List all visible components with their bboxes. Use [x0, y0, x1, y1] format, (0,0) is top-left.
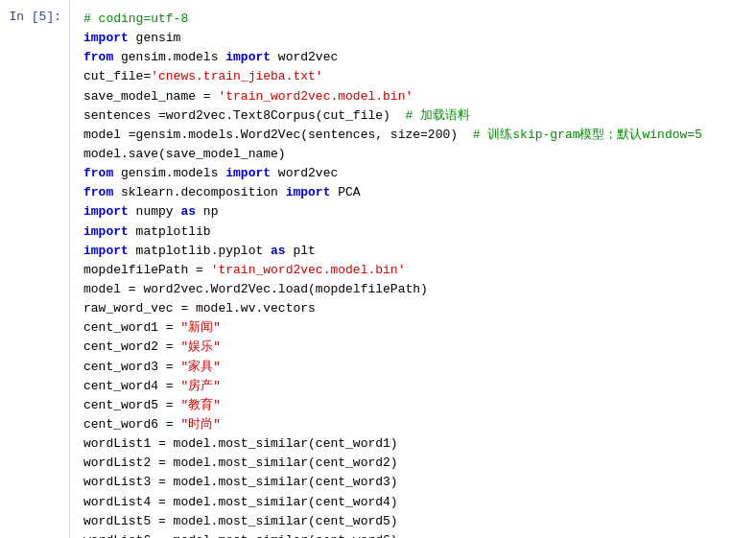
code-line-30: wordList4 = model.most_similar(cent_word… — [83, 493, 744, 512]
code-line-20: cent_word2 = "娱乐" — [83, 338, 744, 357]
code-line-7: model =gensim.models.Word2Vec(sentences,… — [83, 126, 744, 145]
code-line-5: save_model_name = 'train_word2vec.model.… — [83, 87, 744, 106]
code-line-24: cent_word6 = "时尚" — [83, 415, 744, 434]
code-line-2: import gensim — [83, 29, 744, 48]
code-line-21: cent_word3 = "家具" — [83, 358, 744, 377]
code-line-15: mopdelfilePath = 'train_word2vec.model.b… — [83, 261, 744, 280]
code-line-10: from sklearn.decomposition import PCA — [83, 183, 744, 202]
code-line-4: cut_file='cnews.train_jieba.txt' — [83, 67, 744, 86]
code-line-9: from gensim.models import word2vec — [83, 164, 744, 183]
code-line-3: from gensim.models import word2vec — [83, 48, 744, 67]
cell-content[interactable]: # coding=utf-8 import gensim from gensim… — [69, 0, 756, 538]
code-line-13: import matplotlib.pyplot as plt — [83, 242, 744, 261]
code-line-19: cent_word1 = "新闻" — [83, 318, 744, 338]
code-line-31: wordList5 = model.most_similar(cent_word… — [83, 512, 744, 531]
code-line-22: cent_word4 = "房产" — [83, 377, 744, 396]
code-line-23: cent_word5 = "教育" — [83, 396, 744, 415]
code-line-29: wordList3 = model.most_similar(cent_word… — [83, 473, 744, 492]
code-line-12: import matplotlib — [83, 222, 744, 242]
code-line-16: model = word2vec.Word2Vec.load(mopdelfil… — [83, 280, 744, 299]
cell-label: In [5]: — [0, 0, 69, 538]
code-line-28: wordList2 = model.most_similar(cent_word… — [83, 454, 744, 473]
code-line-11: import numpy as np — [83, 202, 744, 222]
code-line-8: model.save(save_model_name) — [83, 145, 744, 164]
notebook-cell: In [5]: # coding=utf-8 import gensim fro… — [0, 0, 756, 538]
cell-label-text: In [5]: — [9, 10, 61, 24]
code-line-17: raw_word_vec = model.wv.vectors — [83, 299, 744, 318]
code-line-27: wordList1 = model.most_similar(cent_word… — [83, 434, 744, 454]
code-line-1: # coding=utf-8 — [83, 10, 744, 29]
code-line-32: wordList6 = model.most_similar(cent_word… — [83, 531, 744, 538]
code-line-6: sentences =word2vec.Text8Corpus(cut_file… — [83, 106, 744, 126]
